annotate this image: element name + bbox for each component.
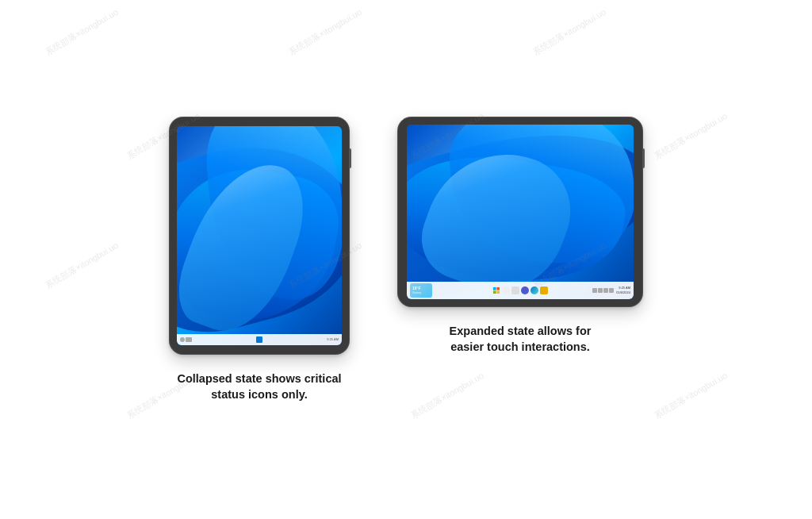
taskbar-left-icons xyxy=(180,337,192,342)
left-caption: Collapsed state shows critical status ic… xyxy=(177,371,341,403)
win11-wallpaper-right xyxy=(407,125,634,299)
taskbar-right-area: 9:25 AM 05/6/2024 xyxy=(592,286,630,294)
portrait-tablet-frame: 9:25 AM xyxy=(169,117,350,355)
portrait-tablet-screen: 9:25 AM xyxy=(177,126,342,345)
left-caption-line2: status icons only. xyxy=(211,388,307,401)
landscape-tablet-screen: 19°F Sunny xyxy=(407,125,634,299)
right-caption-line2: easier touch interactions. xyxy=(450,340,590,353)
right-caption: Expanded state allows for easier touch i… xyxy=(450,323,592,356)
system-tray xyxy=(592,288,614,293)
taskbar-center-icons xyxy=(256,336,262,343)
files-button[interactable] xyxy=(540,286,548,294)
tray-battery xyxy=(609,288,614,293)
wifi-icon xyxy=(180,337,185,342)
date-text: 05/6/2024 xyxy=(616,290,630,295)
windows-start-button[interactable] xyxy=(492,286,500,294)
svg-rect-3 xyxy=(496,290,500,294)
time-display: 9:25 AM xyxy=(327,337,339,341)
svg-rect-2 xyxy=(493,290,496,294)
volume-icon xyxy=(186,337,192,342)
right-caption-line1: Expanded state allows for xyxy=(450,325,592,337)
tray-chevron xyxy=(592,288,597,293)
expanded-taskbar: 19°F Sunny xyxy=(407,282,634,299)
svg-rect-1 xyxy=(496,287,500,290)
weather-widget: 19°F Sunny xyxy=(410,283,432,298)
svg-rect-0 xyxy=(493,287,496,290)
right-device-section: 19°F Sunny xyxy=(397,117,643,356)
chat-button[interactable] xyxy=(521,286,529,294)
left-device-section: 9:25 AM Collapsed state shows critical s… xyxy=(169,117,350,403)
windows-logo-icon xyxy=(493,287,500,294)
win11-wallpaper-left xyxy=(177,126,342,345)
taskview-button[interactable] xyxy=(511,286,519,294)
main-container: 9:25 AM Collapsed state shows critical s… xyxy=(0,93,812,427)
edge-button[interactable] xyxy=(530,286,538,294)
taskbar-center-area xyxy=(492,286,548,294)
tray-volume xyxy=(598,288,603,293)
time-text: 9:25 AM xyxy=(616,286,630,290)
taskbar-left-area: 19°F Sunny xyxy=(410,283,432,298)
left-caption-line1: Collapsed state shows critical xyxy=(177,372,341,385)
taskbar-time: 9:25 AM xyxy=(327,337,339,341)
tray-network xyxy=(603,288,608,293)
collapsed-taskbar: 9:25 AM xyxy=(177,334,342,345)
windows-start-icon xyxy=(256,336,262,343)
weather-condition: Sunny xyxy=(412,290,421,294)
search-button[interactable] xyxy=(502,286,510,294)
landscape-tablet-frame: 19°F Sunny xyxy=(397,117,643,307)
clock-display: 9:25 AM 05/6/2024 xyxy=(616,286,630,294)
